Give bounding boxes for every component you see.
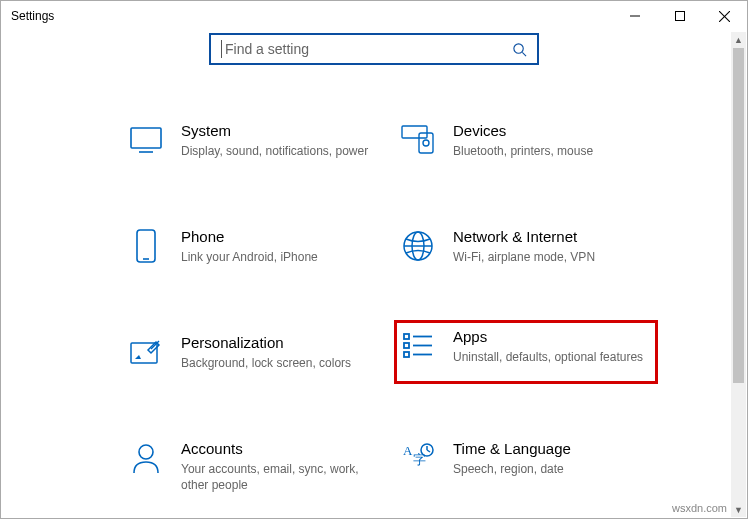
tile-accounts[interactable]: Accounts Your accounts, email, sync, wor… bbox=[123, 433, 385, 499]
scroll-down-arrow-icon[interactable]: ▼ bbox=[731, 502, 746, 517]
svg-rect-25 bbox=[404, 352, 409, 357]
apps-icon bbox=[401, 329, 435, 363]
svg-rect-8 bbox=[402, 126, 427, 138]
tile-text: Time & Language Speech, region, date bbox=[453, 439, 571, 477]
search-input[interactable]: Find a setting bbox=[209, 33, 539, 65]
tile-title: Personalization bbox=[181, 333, 351, 353]
tile-devices[interactable]: Devices Bluetooth, printers, mouse bbox=[395, 115, 657, 165]
settings-window: Settings Find a setting bbox=[0, 0, 748, 519]
text-cursor bbox=[221, 40, 222, 58]
tile-subtitle: Background, lock screen, colors bbox=[181, 355, 351, 371]
tile-text: System Display, sound, notifications, po… bbox=[181, 121, 368, 159]
tile-system[interactable]: System Display, sound, notifications, po… bbox=[123, 115, 385, 165]
svg-line-32 bbox=[427, 450, 430, 452]
network-icon bbox=[401, 229, 435, 263]
tile-subtitle: Display, sound, notifications, power bbox=[181, 143, 368, 159]
svg-rect-23 bbox=[404, 343, 409, 348]
tile-subtitle: Bluetooth, printers, mouse bbox=[453, 143, 593, 159]
tile-title: Apps bbox=[453, 327, 643, 347]
svg-rect-21 bbox=[404, 334, 409, 339]
tile-apps[interactable]: Apps Uninstall, defaults, optional featu… bbox=[395, 321, 657, 383]
search-icon bbox=[512, 42, 527, 57]
svg-text:字: 字 bbox=[413, 452, 426, 467]
search-container: Find a setting bbox=[1, 33, 747, 65]
tile-text: Apps Uninstall, defaults, optional featu… bbox=[453, 327, 643, 365]
maximize-icon bbox=[675, 11, 685, 21]
tile-title: Accounts bbox=[181, 439, 376, 459]
settings-grid: System Display, sound, notifications, po… bbox=[1, 115, 747, 499]
vertical-scrollbar[interactable]: ▲ ▼ bbox=[731, 32, 746, 517]
tile-title: Time & Language bbox=[453, 439, 571, 459]
tile-title: System bbox=[181, 121, 368, 141]
time-language-icon: A 字 bbox=[401, 441, 435, 475]
tile-title: Network & Internet bbox=[453, 227, 595, 247]
phone-icon bbox=[129, 229, 163, 263]
tile-subtitle: Your accounts, email, sync, work, other … bbox=[181, 461, 376, 493]
tile-subtitle: Speech, region, date bbox=[453, 461, 571, 477]
tile-title: Devices bbox=[453, 121, 593, 141]
system-icon bbox=[129, 123, 163, 157]
svg-rect-12 bbox=[419, 133, 433, 153]
watermark-text: wsxdn.com bbox=[672, 502, 727, 514]
window-title: Settings bbox=[11, 9, 54, 23]
svg-rect-1 bbox=[675, 12, 684, 21]
accounts-icon bbox=[129, 441, 163, 475]
tile-text: Devices Bluetooth, printers, mouse bbox=[453, 121, 593, 159]
tile-title: Phone bbox=[181, 227, 318, 247]
svg-rect-6 bbox=[131, 128, 161, 148]
scrollbar-thumb[interactable] bbox=[733, 48, 744, 383]
search-placeholder: Find a setting bbox=[225, 41, 512, 57]
tile-text: Network & Internet Wi-Fi, airplane mode,… bbox=[453, 227, 595, 265]
svg-line-5 bbox=[522, 52, 526, 56]
tile-personalization[interactable]: Personalization Background, lock screen,… bbox=[123, 327, 385, 377]
svg-point-4 bbox=[514, 43, 523, 52]
window-controls bbox=[612, 1, 747, 31]
tile-text: Accounts Your accounts, email, sync, wor… bbox=[181, 439, 376, 493]
tile-subtitle: Uninstall, defaults, optional features bbox=[453, 349, 643, 365]
tile-phone[interactable]: Phone Link your Android, iPhone bbox=[123, 221, 385, 271]
tile-text: Phone Link your Android, iPhone bbox=[181, 227, 318, 265]
tile-subtitle: Link your Android, iPhone bbox=[181, 249, 318, 265]
tile-subtitle: Wi-Fi, airplane mode, VPN bbox=[453, 249, 595, 265]
maximize-button[interactable] bbox=[657, 1, 702, 31]
tile-text: Personalization Background, lock screen,… bbox=[181, 333, 351, 371]
close-button[interactable] bbox=[702, 1, 747, 31]
minimize-button[interactable] bbox=[612, 1, 657, 31]
close-icon bbox=[719, 11, 730, 22]
svg-point-27 bbox=[139, 445, 153, 459]
personalization-icon bbox=[129, 335, 163, 369]
tile-network[interactable]: Network & Internet Wi-Fi, airplane mode,… bbox=[395, 221, 657, 271]
minimize-icon bbox=[630, 11, 640, 21]
tile-time-language[interactable]: A 字 Time & Language Speech, region, date bbox=[395, 433, 657, 499]
devices-icon bbox=[401, 123, 435, 157]
scroll-up-arrow-icon[interactable]: ▲ bbox=[731, 32, 746, 47]
svg-rect-15 bbox=[137, 230, 155, 262]
svg-point-13 bbox=[423, 140, 429, 146]
svg-text:A: A bbox=[403, 443, 413, 458]
